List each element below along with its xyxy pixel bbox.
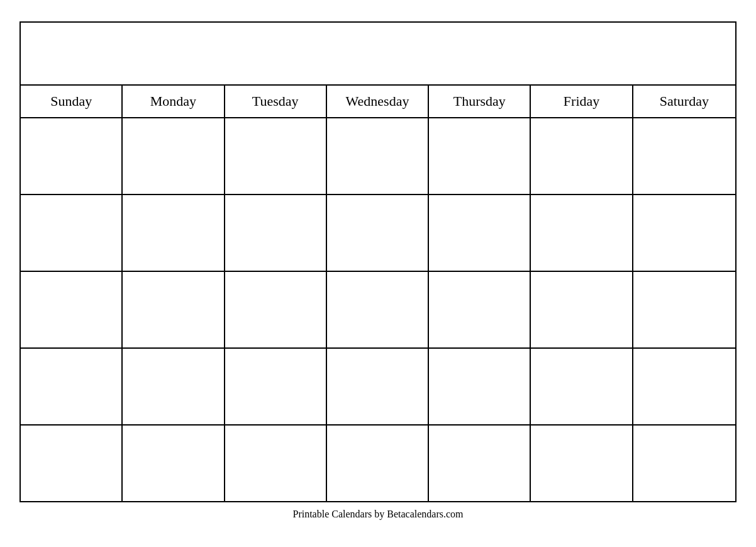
calendar-body: [21, 118, 735, 501]
calendar-row-3: [21, 272, 735, 349]
calendar-title-row: [21, 23, 735, 86]
cell-4-1[interactable]: [21, 349, 123, 424]
calendar-wrapper: Sunday Monday Tuesday Wednesday Thursday…: [13, 15, 743, 533]
header-friday: Friday: [531, 86, 633, 117]
header-monday: Monday: [123, 86, 225, 117]
cell-2-2[interactable]: [123, 195, 225, 271]
cell-4-6[interactable]: [531, 349, 633, 424]
calendar-header: Sunday Monday Tuesday Wednesday Thursday…: [21, 86, 735, 118]
cell-3-2[interactable]: [123, 272, 225, 347]
cell-4-2[interactable]: [123, 349, 225, 424]
cell-5-5[interactable]: [429, 426, 531, 501]
cell-1-2[interactable]: [123, 118, 225, 194]
cell-5-6[interactable]: [531, 426, 633, 501]
cell-4-7[interactable]: [633, 349, 735, 424]
cell-3-1[interactable]: [21, 272, 123, 347]
cell-2-4[interactable]: [327, 195, 429, 271]
header-wednesday: Wednesday: [327, 86, 429, 117]
cell-1-4[interactable]: [327, 118, 429, 194]
cell-1-5[interactable]: [429, 118, 531, 194]
header-saturday: Saturday: [633, 86, 735, 117]
calendar-row-5: [21, 426, 735, 501]
calendar-row-4: [21, 349, 735, 426]
cell-2-5[interactable]: [429, 195, 531, 271]
cell-5-2[interactable]: [123, 426, 225, 501]
cell-2-1[interactable]: [21, 195, 123, 271]
cell-1-6[interactable]: [531, 118, 633, 194]
cell-2-7[interactable]: [633, 195, 735, 271]
cell-5-3[interactable]: [225, 426, 327, 501]
cell-4-5[interactable]: [429, 349, 531, 424]
calendar-footer: Printable Calendars by Betacalendars.com: [19, 502, 737, 526]
cell-2-3[interactable]: [225, 195, 327, 271]
cell-2-6[interactable]: [531, 195, 633, 271]
calendar-row-1: [21, 118, 735, 195]
cell-5-7[interactable]: [633, 426, 735, 501]
cell-3-7[interactable]: [633, 272, 735, 347]
cell-1-1[interactable]: [21, 118, 123, 194]
cell-3-6[interactable]: [531, 272, 633, 347]
cell-3-5[interactable]: [429, 272, 531, 347]
cell-5-4[interactable]: [327, 426, 429, 501]
cell-5-1[interactable]: [21, 426, 123, 501]
cell-1-3[interactable]: [225, 118, 327, 194]
header-tuesday: Tuesday: [225, 86, 327, 117]
cell-3-3[interactable]: [225, 272, 327, 347]
cell-4-3[interactable]: [225, 349, 327, 424]
calendar-container: Sunday Monday Tuesday Wednesday Thursday…: [19, 21, 737, 502]
header-sunday: Sunday: [21, 86, 123, 117]
cell-3-4[interactable]: [327, 272, 429, 347]
cell-1-7[interactable]: [633, 118, 735, 194]
calendar-row-2: [21, 195, 735, 272]
header-thursday: Thursday: [429, 86, 531, 117]
cell-4-4[interactable]: [327, 349, 429, 424]
